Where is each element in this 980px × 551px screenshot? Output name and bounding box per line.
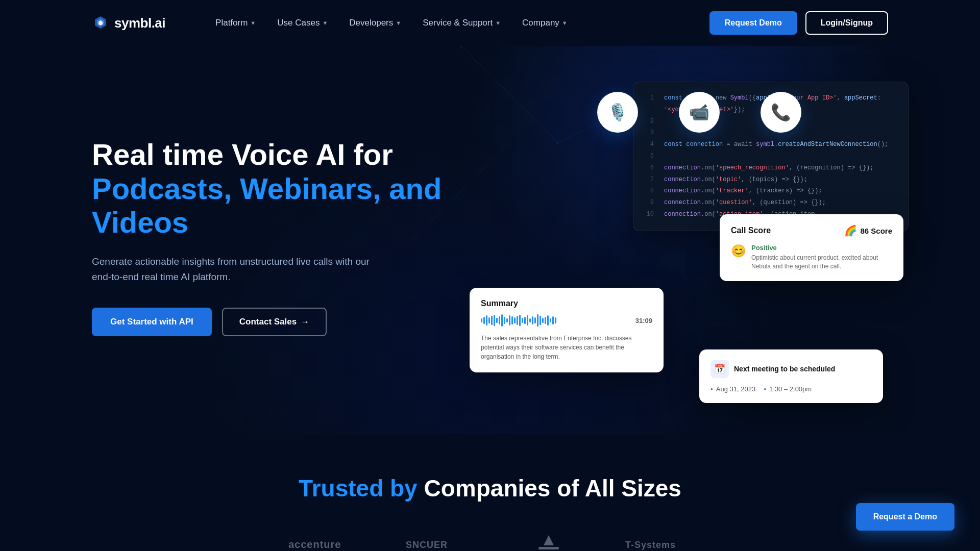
navigation: symbl.ai Platform ▼ Use Cases ▼ Develope… (0, 0, 980, 46)
code-line-4: 4 const connection = await symbl.createA… (646, 139, 896, 151)
meeting-date: ● Aug 31, 2023 (710, 385, 755, 393)
chevron-down-icon: ▼ (495, 20, 501, 26)
nav-cta: Request Demo Login/Signup (709, 11, 888, 35)
svg-text:T-Systems: T-Systems (625, 540, 676, 550)
chevron-down-icon: ▼ (396, 20, 401, 26)
nav-developers[interactable]: Developers ▼ (340, 13, 410, 33)
date-dot-icon: ● (710, 387, 713, 391)
meeting-card: 📅 Next meeting to be scheduled ● Aug 31,… (699, 349, 883, 403)
waveform-visualization (481, 314, 630, 327)
meeting-card-header: 📅 Next meeting to be scheduled (710, 360, 872, 378)
trusted-by-section: Trusted by Companies of All Sizes accent… (0, 434, 980, 551)
sentiment-emoji-icon: 😊 (731, 244, 746, 258)
code-line-5: 5 (646, 151, 896, 162)
calendar-icon: 📅 (710, 360, 729, 378)
code-line-7: 7 connection.on('topic', (topics) => {})… (646, 174, 896, 186)
logo-text: symbl.ai (114, 15, 165, 31)
client-logo-2: SNCUER (406, 533, 472, 551)
nav-company[interactable]: Company ▼ (513, 13, 577, 33)
score-badge: 🌈 86 Score (844, 224, 892, 237)
nav-service-support[interactable]: Service & Support ▼ (413, 13, 510, 33)
nav-use-cases[interactable]: Use Cases ▼ (268, 13, 337, 33)
phone-icon: 📞 (771, 103, 791, 122)
hero-visual: 🎙️ 📹 📞 (470, 77, 888, 434)
call-score-header: Call Score 🌈 86 Score (731, 224, 892, 237)
summary-card: Summary 31:09 The sales representative f… (470, 288, 664, 372)
chevron-down-icon: ▼ (322, 20, 328, 26)
svg-point-5 (459, 46, 462, 47)
svg-rect-17 (538, 547, 559, 549)
chevron-down-icon: ▼ (562, 20, 568, 26)
call-score-card: Call Score 🌈 86 Score 😊 Positive Optimis… (720, 214, 903, 281)
nav-platform[interactable]: Platform ▼ (206, 13, 265, 33)
video-camera-icon: 📹 (689, 103, 709, 122)
waveform-bar: 31:09 (481, 314, 652, 327)
trusted-heading: Trusted by Companies of All Sizes (92, 474, 888, 502)
time-dot-icon: ● (764, 387, 766, 391)
sentiment-row: 😊 Positive Optimistic about current prod… (731, 244, 892, 271)
login-signup-button[interactable]: Login/Signup (805, 11, 888, 35)
request-demo-button[interactable]: Request Demo (709, 11, 797, 35)
svg-text:SNCUER: SNCUER (406, 540, 448, 550)
nav-links: Platform ▼ Use Cases ▼ Developers ▼ Serv… (206, 13, 709, 33)
client-logos-row: accenture SNCUER T-Systems (92, 533, 888, 551)
contact-sales-button[interactable]: Contact Sales → (222, 308, 327, 336)
logo[interactable]: symbl.ai (92, 14, 165, 32)
hero-buttons: Get Started with API Contact Sales → (92, 308, 470, 336)
code-line-6: 6 connection.on('speech_recognition', (r… (646, 162, 896, 174)
client-logo-3 (523, 533, 574, 551)
svg-marker-16 (544, 535, 554, 545)
meeting-time: ● 1:30 – 2:00pm (764, 385, 812, 393)
microphone-icon-circle: 🎙️ (597, 92, 638, 133)
svg-text:accenture: accenture (288, 539, 341, 550)
video-icon-circle: 📹 (679, 92, 720, 133)
meeting-details: ● Aug 31, 2023 ● 1:30 – 2:00pm (710, 385, 872, 393)
chevron-down-icon: ▼ (250, 20, 256, 26)
hero-description: Generate actionable insights from unstru… (92, 254, 378, 285)
hero-content: Real time Voice AI for Podcasts, Webinar… (92, 77, 470, 434)
client-logo-4: T-Systems (625, 533, 692, 551)
code-line-8: 8 connection.on('tracker', (trackers) =>… (646, 185, 896, 197)
code-line-9: 9 connection.on('question', (question) =… (646, 197, 896, 209)
hero-section: Real time Voice AI for Podcasts, Webinar… (0, 46, 980, 434)
client-logo-1: accenture (288, 533, 355, 551)
microphone-icon: 🎙️ (607, 103, 628, 122)
phone-icon-circle: 📞 (761, 92, 801, 133)
arrow-right-icon: → (301, 317, 309, 327)
sticky-request-demo-button[interactable]: Request a Demo (856, 503, 954, 531)
get-started-button[interactable]: Get Started with API (92, 308, 212, 336)
score-gauge-icon: 🌈 (844, 224, 857, 237)
hero-title: Real time Voice AI for Podcasts, Webinar… (92, 138, 470, 240)
